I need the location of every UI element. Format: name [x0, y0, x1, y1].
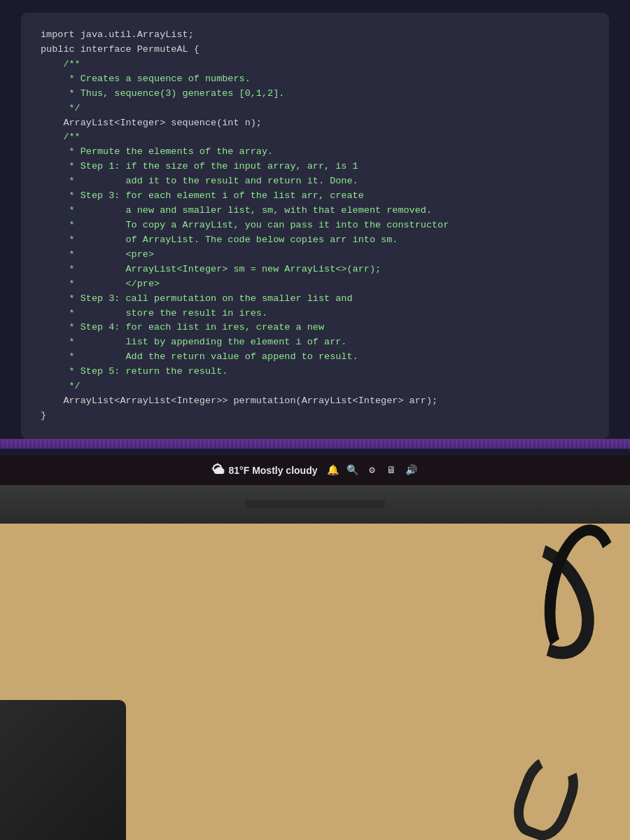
code-line: * Add the return value of append to resu… [41, 350, 589, 365]
code-line: * store the result in ires. [41, 307, 589, 321]
code-line: * of ArrayList. The code below copies ar… [41, 233, 589, 248]
code-line: * </pre> [41, 277, 589, 292]
code-line: /** [41, 57, 589, 72]
notification-icon[interactable]: 🔔 [326, 463, 340, 477]
code-line: /** [41, 130, 589, 145]
weather-widget: 🌥 81°F Mostly cloudy [212, 463, 318, 477]
display-icon[interactable]: 🖥 [384, 463, 398, 477]
volume-icon[interactable]: 🔊 [404, 463, 418, 477]
code-line: * Step 5: return the result. [41, 365, 589, 379]
weather-icon: 🌥 [212, 463, 225, 477]
code-line: * Permute the elements of the array. [41, 145, 589, 160]
code-line: * Step 3: call permutation on the smalle… [41, 292, 589, 307]
code-line: * <pre> [41, 248, 589, 262]
weather-text: 81°F Mostly cloudy [229, 465, 318, 476]
taskbar-icons: 🔔 🔍 ⚙ 🖥 🔊 [326, 463, 418, 477]
purple-separator [0, 439, 630, 449]
code-line: */ [41, 102, 589, 116]
code-line: * To copy a ArrayList, you can pass it i… [41, 218, 589, 233]
left-device [0, 700, 126, 840]
code-line: * Creates a sequence of numbers. [41, 72, 589, 87]
taskbar: 🌥 81°F Mostly cloudy 🔔 🔍 ⚙ 🖥 🔊 [0, 456, 630, 485]
code-line: * Step 1: if the size of the input array… [41, 160, 589, 174]
code-line: public interface PermuteAL { [41, 43, 589, 57]
monitor-stand [245, 500, 385, 508]
monitor-screen: import java.util.ArrayList;public interf… [0, 0, 630, 485]
code-line: } [41, 409, 589, 424]
code-line: * Step 3: for each element i of the list… [41, 189, 589, 204]
code-line: * Thus, sequence(3) generates [0,1,2]. [41, 87, 589, 102]
code-editor: import java.util.ArrayList;public interf… [21, 13, 609, 439]
cable-3 [505, 749, 587, 840]
code-line: * Step 4: for each list in ires, create … [41, 321, 589, 335]
code-line: ArrayList<Integer> sequence(int n); [41, 116, 589, 131]
search-icon[interactable]: 🔍 [345, 463, 359, 477]
code-line: ArrayList<ArrayList<Integer>> permutatio… [41, 394, 589, 409]
monitor-bezel [0, 485, 630, 524]
code-line: import java.util.ArrayList; [41, 28, 589, 43]
desk-surface [0, 524, 630, 840]
code-line: * ArrayList<Integer> sm = new ArrayList<… [41, 262, 589, 277]
code-line: * list by appending the element i of arr… [41, 335, 589, 350]
code-line: * a new and smaller list, sm, with that … [41, 204, 589, 218]
settings-icon[interactable]: ⚙ [365, 463, 379, 477]
code-line: * add it to the result and return it. Do… [41, 174, 589, 189]
code-line: */ [41, 379, 589, 394]
